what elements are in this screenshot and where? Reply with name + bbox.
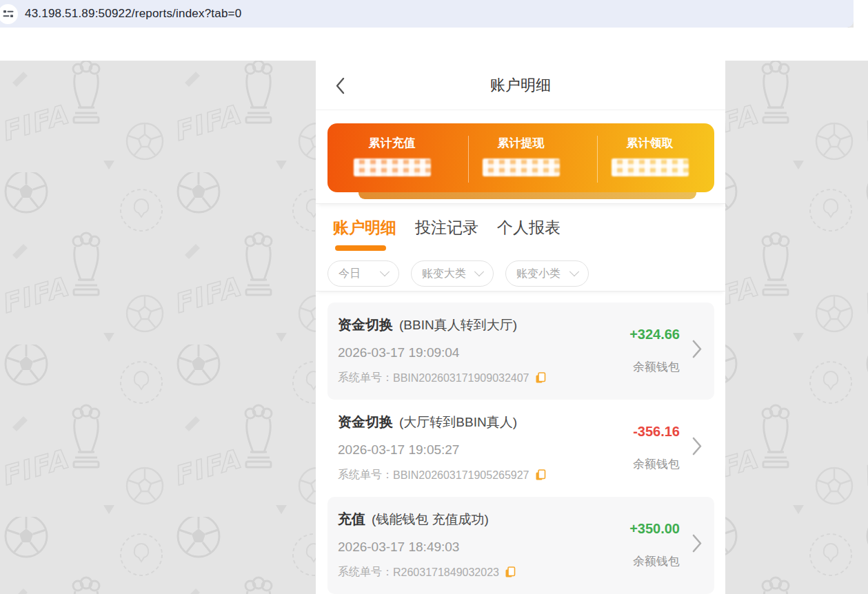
tab-label: 账户明细 xyxy=(333,218,396,236)
order-number: BBIN202603171909032407 xyxy=(393,372,529,385)
summary-col-recharge: 累计充值 xyxy=(327,123,456,192)
summary-col-withdraw: 累计提现 xyxy=(456,123,585,192)
transaction-order: 系统单号： BBIN202603171909032407 xyxy=(338,371,546,385)
order-label: 系统单号： xyxy=(338,468,393,482)
summary-label: 累计提现 xyxy=(498,135,545,151)
transaction-title: 资金切换 (BBIN真人转到大厅) xyxy=(338,316,517,334)
app-header: 账户明细 xyxy=(316,61,725,110)
transaction-title: 资金切换 (大厅转到BBIN真人) xyxy=(338,413,517,431)
url-text: 43.198.51.89:50922/reports/index?tab=0 xyxy=(25,7,241,21)
tabs-section: 账户明细 投注记录 个人报表 今日 账变大类 xyxy=(316,204,725,291)
tab-bar: 账户明细 投注记录 个人报表 xyxy=(333,217,561,238)
transaction-detail: (钱能钱包 充值成功) xyxy=(372,511,489,529)
browser-chrome-band xyxy=(0,28,868,61)
order-label: 系统单号： xyxy=(338,371,393,385)
order-label: 系统单号： xyxy=(338,565,393,580)
transaction-datetime: 2026-03-17 18:49:03 xyxy=(338,540,459,555)
masked-total-withdraw xyxy=(483,158,560,176)
transaction-row[interactable]: 资金切换 (大厅转到BBIN真人) 2026-03-17 19:05:27 系统… xyxy=(327,400,714,497)
transaction-list: 资金切换 (BBIN真人转到大厅) 2026-03-17 19:09:04 系统… xyxy=(316,303,725,594)
tab-bet-records[interactable]: 投注记录 xyxy=(415,217,478,238)
transaction-wallet: 余额钱包 xyxy=(633,359,680,375)
masked-total-recharge xyxy=(354,158,431,176)
transaction-datetime: 2026-03-17 19:05:27 xyxy=(338,442,459,458)
site-settings-icon[interactable] xyxy=(0,4,18,24)
transaction-detail: (BBIN真人转到大厅) xyxy=(399,316,517,334)
chevron-right-icon[interactable] xyxy=(692,340,702,361)
browser-url-bar[interactable]: 43.198.51.89:50922/reports/index?tab=0 xyxy=(0,0,854,28)
transaction-amount: +324.66 xyxy=(629,327,680,342)
chevron-down-icon xyxy=(380,267,390,276)
screen: FIFA 账户明细 xyxy=(0,0,868,594)
filter-major-category-dropdown[interactable]: 账变大类 xyxy=(411,260,494,287)
transaction-detail: (大厅转到BBIN真人) xyxy=(399,413,517,431)
masked-total-claimed xyxy=(612,158,689,176)
active-tab-underline xyxy=(335,245,386,251)
browser-bar-corner xyxy=(854,0,868,28)
summary-divider xyxy=(468,136,469,183)
transaction-amount: +350.00 xyxy=(629,521,680,537)
order-number: BBIN202603171905265927 xyxy=(393,469,529,482)
chevron-down-icon xyxy=(569,267,579,276)
copy-icon[interactable] xyxy=(505,566,516,578)
chevron-right-icon[interactable] xyxy=(692,437,702,458)
transaction-type: 充值 xyxy=(338,510,365,529)
summary-card-stack-bar xyxy=(359,192,696,199)
transaction-order: 系统单号： BBIN202603171905265927 xyxy=(338,468,546,482)
back-icon[interactable] xyxy=(335,77,345,97)
transaction-type: 资金切换 xyxy=(338,413,393,431)
order-number: R2603171849032023 xyxy=(393,566,499,579)
transaction-wallet: 余额钱包 xyxy=(633,553,680,569)
transaction-title: 充值 (钱能钱包 充值成功) xyxy=(338,510,489,529)
app-column: 账户明细 累计充值 累计提现 累计领取 xyxy=(316,61,725,594)
summary-label: 累计充值 xyxy=(369,135,416,151)
filter-bar: 今日 账变大类 账变小类 xyxy=(327,260,589,287)
summary-card: 累计充值 累计提现 累计领取 xyxy=(327,123,714,192)
copy-icon[interactable] xyxy=(535,372,546,384)
transaction-wallet: 余额钱包 xyxy=(633,456,680,472)
transaction-amount: -356.16 xyxy=(633,424,680,440)
summary-col-claimed: 累计领取 xyxy=(585,123,714,192)
tab-label: 投注记录 xyxy=(415,218,478,236)
filter-minor-category-dropdown[interactable]: 账变小类 xyxy=(505,260,589,287)
transaction-row[interactable]: 资金切换 (BBIN真人转到大厅) 2026-03-17 19:09:04 系统… xyxy=(327,303,714,400)
copy-icon[interactable] xyxy=(535,469,546,481)
filter-label: 账变大类 xyxy=(422,267,466,281)
transaction-datetime: 2026-03-17 19:09:04 xyxy=(338,345,459,360)
transaction-row[interactable]: 充值 (钱能钱包 充值成功) 2026-03-17 18:49:03 系统单号：… xyxy=(327,497,714,594)
filter-date-dropdown[interactable]: 今日 xyxy=(327,260,399,287)
transaction-type: 资金切换 xyxy=(338,316,393,334)
tab-label: 个人报表 xyxy=(497,218,561,236)
transaction-order: 系统单号： R2603171849032023 xyxy=(338,565,516,580)
filter-label: 今日 xyxy=(339,267,361,281)
summary-divider xyxy=(597,136,598,183)
chevron-right-icon[interactable] xyxy=(692,534,702,555)
summary-section: 累计充值 累计提现 累计领取 xyxy=(316,110,725,204)
summary-label: 累计领取 xyxy=(627,135,674,151)
chevron-down-icon xyxy=(474,267,484,276)
page-title: 账户明细 xyxy=(316,61,725,110)
filter-label: 账变小类 xyxy=(516,267,561,281)
tab-account-detail[interactable]: 账户明细 xyxy=(333,217,396,238)
tab-personal-report[interactable]: 个人报表 xyxy=(497,217,561,238)
